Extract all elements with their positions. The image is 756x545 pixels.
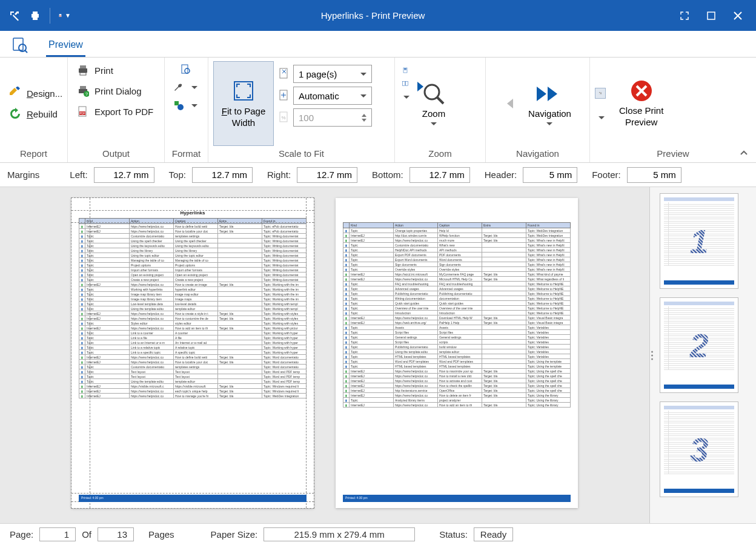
svg-rect-32: [403, 82, 405, 86]
maximize-icon[interactable]: [704, 8, 718, 23]
group-preview-label: Preview: [595, 146, 751, 161]
print-button[interactable]: Print: [73, 61, 157, 79]
titlebar: PDF▼ Hyperlinks - Print Preview: [0, 0, 756, 31]
svg-rect-31: [404, 70, 406, 71]
svg-text:%: %: [281, 115, 285, 121]
design-label: Design...: [27, 88, 62, 99]
format-wrench-button[interactable]: [170, 79, 201, 95]
margin-bottom-input[interactable]: [409, 167, 470, 183]
thumbnail-1[interactable]: 1: [660, 193, 738, 289]
design-button[interactable]: Design...: [5, 84, 66, 102]
format-zoom-button[interactable]: [176, 61, 194, 77]
wrench-icon: [173, 82, 184, 93]
auto-combo[interactable]: Automatic: [293, 87, 372, 105]
svg-text:?: ?: [85, 92, 88, 96]
tab-strip: Preview: [0, 31, 756, 58]
close-icon[interactable]: [731, 8, 745, 23]
margins-bar: Margins Left: Top: Right: Bottom: Header…: [0, 163, 756, 187]
pages-combo[interactable]: 1 page(s): [293, 65, 372, 83]
format-shapes-button[interactable]: [170, 97, 201, 113]
status-of-value: 13: [98, 527, 134, 541]
page-icon: [279, 68, 290, 79]
svg-point-22: [177, 104, 184, 110]
export-pdf-button[interactable]: PDF Export To PDF: [73, 102, 157, 121]
group-zoom-label: Zoom: [400, 146, 480, 161]
preview-page-2: KindActionCaptionExtraFound in▮TopicChan…: [336, 198, 578, 508]
qat-print-icon[interactable]: [29, 10, 41, 22]
workspace: Hyperlinks KindActionCaptionExtraFound i…: [0, 187, 756, 523]
svg-rect-21: [174, 101, 179, 105]
navigation-button[interactable]: Navigation: [526, 81, 574, 127]
single-page-icon[interactable]: [400, 65, 411, 76]
focus-mode-icon[interactable]: [677, 8, 692, 23]
svg-rect-1: [33, 12, 38, 14]
visibility-icon[interactable]: [595, 112, 606, 123]
svg-rect-13: [80, 86, 86, 89]
zoom-spin[interactable]: 100: [293, 108, 372, 127]
rebuild-button[interactable]: Rebuild: [5, 105, 66, 123]
preview-page-1: Hyperlinks KindActionCaptionExtraFound i…: [71, 198, 314, 508]
rebuild-label: Rebuild: [27, 109, 58, 119]
svg-rect-42: [600, 93, 602, 93]
svg-text:PDF: PDF: [80, 112, 85, 115]
margins-label: Margins: [7, 170, 39, 180]
svg-rect-33: [406, 82, 408, 86]
svg-rect-43: [600, 93, 602, 94]
close-preview-button[interactable]: Close PrintPreview: [612, 61, 671, 146]
group-nav-label: Navigation: [491, 146, 585, 161]
fit-width-icon: [231, 78, 256, 104]
svg-rect-6: [708, 12, 715, 19]
thumbnail-panel: 1 2 3: [649, 187, 756, 523]
print-icon: [76, 64, 90, 77]
layout-toggle-icon[interactable]: [595, 88, 606, 99]
qat-export-icon[interactable]: [8, 10, 21, 22]
margin-left-input[interactable]: [94, 167, 154, 183]
ribbon: Design... Rebuild Report Print ? Print D…: [0, 58, 756, 163]
svg-rect-29: [404, 68, 406, 69]
thumbnail-3[interactable]: 3: [660, 401, 738, 497]
zoom-button[interactable]: Zoom: [414, 61, 453, 146]
svg-rect-41: [599, 93, 600, 94]
file-icon[interactable]: [7, 36, 31, 54]
panel-resize-grip[interactable]: [651, 351, 653, 360]
nav-prev-button[interactable]: [502, 95, 519, 112]
window-title: Hyperlinks - Print Preview: [79, 10, 666, 21]
qat-pdf-dropdown[interactable]: PDF▼: [59, 10, 71, 22]
margin-top-input[interactable]: [192, 167, 253, 183]
print-dialog-button[interactable]: ? Print Dialog: [73, 82, 157, 100]
print-dialog-icon: ?: [76, 84, 90, 97]
status-bar: Page: 1 Of 13 Pages Paper Size: 215.9 mm…: [0, 523, 756, 545]
margin-right-input[interactable]: [297, 167, 357, 183]
svg-rect-30: [404, 70, 406, 70]
percent-icon: %: [279, 112, 290, 123]
svg-rect-11: [80, 73, 86, 75]
group-format-label: Format: [170, 146, 203, 161]
margin-header-input[interactable]: [523, 167, 577, 183]
margin-footer-input[interactable]: [627, 167, 681, 183]
group-output-label: Output: [73, 146, 159, 161]
nav-fast-icon: [533, 82, 566, 106]
page-horiz-icon: [279, 90, 290, 101]
preview-canvas[interactable]: Hyperlinks KindActionCaptionExtraFound i…: [0, 187, 649, 523]
group-report-label: Report: [5, 146, 62, 161]
export-pdf-icon: PDF: [76, 105, 90, 118]
rebuild-icon: [8, 107, 22, 121]
page-zoom-icon: [180, 64, 191, 74]
svg-text:PDF: PDF: [59, 16, 61, 16]
status-paper-value: 215.9 mm x 279.4 mm: [264, 527, 415, 541]
multi-page-icon[interactable]: [400, 91, 411, 102]
close-red-icon: [629, 79, 654, 103]
two-page-icon[interactable]: [400, 78, 411, 89]
group-scale-label: Scale to Fit: [213, 146, 390, 161]
tab-preview[interactable]: Preview: [46, 35, 85, 57]
status-page-value: 1: [39, 527, 76, 541]
svg-rect-0: [31, 14, 39, 18]
status-ready-value: Ready: [474, 527, 513, 541]
nav-next-button[interactable]: [412, 78, 429, 95]
ribbon-collapse-icon[interactable]: [738, 147, 750, 159]
shapes-icon: [173, 100, 184, 111]
svg-rect-10: [80, 65, 86, 68]
svg-rect-9: [79, 68, 87, 73]
thumbnail-2[interactable]: 2: [660, 297, 738, 393]
fit-page-width-button[interactable]: Fit to PageWidth: [213, 61, 274, 146]
